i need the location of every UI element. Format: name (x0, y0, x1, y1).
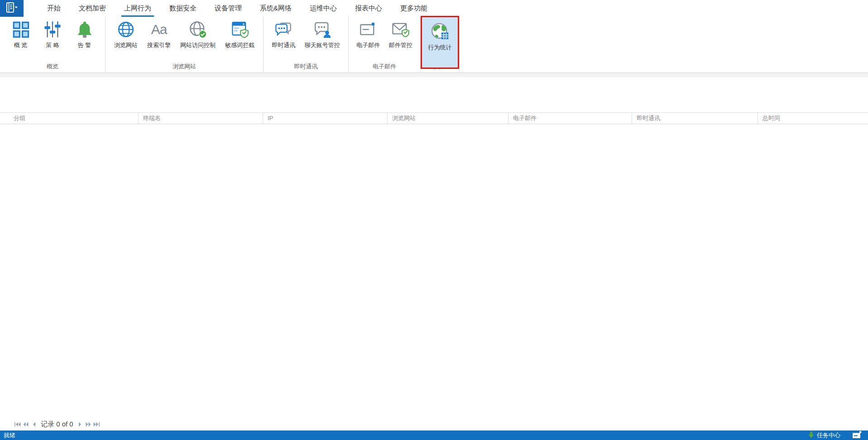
overview-button-label: 概 览 (14, 41, 28, 49)
ribbon-group-email: 电子邮件 邮件管控 电子邮件 (349, 17, 421, 73)
website-access-control-button-label: 网站访问控制 (180, 41, 216, 49)
instant-message-button-label: 即时通讯 (272, 41, 295, 49)
browse-website-globe-icon (115, 19, 136, 40)
overview-button[interactable]: 概 览 (10, 19, 32, 49)
message-envelope-icon (852, 431, 862, 440)
ribbon: 概 览 策 略 (0, 17, 868, 73)
sensitive-word-block-icon (230, 19, 250, 40)
ribbon-group-label-overview: 概览 (0, 63, 105, 71)
record-pager: 记录 0 of 0 (0, 418, 868, 430)
task-center-label: 任务中心 (817, 431, 840, 440)
tab-data-security[interactable]: 数据安全 (160, 0, 206, 17)
next-page-button[interactable] (76, 421, 84, 429)
app-menu-button[interactable] (0, 0, 24, 17)
policy-button[interactable]: 策 略 (41, 19, 64, 49)
behavior-statistics-button[interactable]: 行为统计 (421, 16, 459, 69)
column-header-group[interactable]: 分组 (0, 113, 138, 124)
chat-account-control-icon (312, 19, 333, 40)
tab-device-management[interactable]: 设备管理 (206, 0, 251, 17)
email-button-label: 电子邮件 (356, 41, 380, 49)
policy-button-label: 策 略 (46, 41, 59, 49)
ribbon-group-label-email: 电子邮件 (349, 63, 420, 71)
download-arrow-icon (808, 431, 814, 440)
sensitive-word-block-button-label: 敏感词拦截 (225, 41, 254, 49)
fast-prev-page-button[interactable] (22, 421, 30, 429)
fast-next-page-button[interactable] (84, 421, 92, 429)
column-header-total-time[interactable]: 总时间 (758, 113, 868, 124)
tab-internet-behavior[interactable]: 上网行为 (115, 0, 160, 17)
instant-message-icon (273, 19, 294, 40)
record-count-label: 记录 0 of 0 (41, 420, 73, 429)
behavior-statistics-button-label: 行为统计 (428, 44, 452, 52)
email-icon (358, 19, 379, 40)
website-access-control-button[interactable]: 网站访问控制 (179, 19, 216, 49)
tab-report-center[interactable]: 报表中心 (346, 0, 391, 17)
column-header-ip[interactable]: IP (263, 113, 387, 124)
search-engine-button-label: 搜索引擎 (147, 41, 171, 49)
column-header-terminal-name[interactable]: 终端名 (138, 113, 263, 124)
email-button[interactable]: 电子邮件 (355, 19, 381, 49)
ribbon-group-instant-message: 即时通讯 聊天账号管控 即时通讯 (264, 17, 349, 73)
status-ready-label: 就绪 (4, 431, 808, 440)
sensitive-word-block-button[interactable]: 敏感词拦截 (224, 19, 255, 49)
column-header-browse-website[interactable]: 浏览网站 (387, 113, 508, 124)
prev-page-button[interactable] (30, 421, 38, 429)
task-center-button[interactable]: 任务中心 (808, 431, 840, 440)
ribbon-empty-space (460, 17, 868, 73)
browse-website-button-label: 浏览网站 (114, 41, 138, 49)
chat-account-control-button[interactable]: 聊天账号管控 (304, 19, 341, 49)
last-page-button[interactable] (92, 421, 101, 429)
alert-bell-icon (74, 19, 95, 40)
ribbon-group-label-browse-website: 浏览网站 (106, 63, 263, 71)
app-menu-icon (5, 2, 19, 15)
mail-control-button-label: 邮件管控 (389, 41, 412, 49)
mail-control-button[interactable]: 邮件管控 (388, 19, 413, 49)
column-header-instant-message[interactable]: 即时通讯 (632, 113, 758, 124)
ribbon-tab-bar: 开始 文档加密 上网行为 数据安全 设备管理 系统&网络 运维中心 报表中心 更… (0, 0, 868, 17)
status-bar: 就绪 任务中心 (0, 430, 868, 440)
browse-website-button[interactable]: 浏览网站 (113, 19, 139, 49)
mail-control-icon (390, 19, 411, 40)
tab-more-functions[interactable]: 更多功能 (391, 0, 436, 17)
website-access-control-icon (187, 19, 208, 40)
tab-strip: 开始 文档加密 上网行为 数据安全 设备管理 系统&网络 运维中心 报表中心 更… (38, 0, 436, 17)
ribbon-bottom-shade (0, 73, 868, 77)
tab-system-network[interactable]: 系统&网络 (251, 0, 301, 17)
table-header-row: 分组 终端名 IP 浏览网站 电子邮件 即时通讯 总时间 (0, 112, 868, 124)
alert-button-label: 告 警 (78, 41, 91, 49)
search-engine-button[interactable]: Aa 搜索引擎 (146, 19, 172, 49)
chat-account-control-button-label: 聊天账号管控 (305, 41, 340, 49)
message-tray-button[interactable] (852, 431, 862, 440)
overview-grid-icon (10, 19, 31, 40)
ribbon-group-label-instant-message: 即时通讯 (264, 63, 348, 71)
ribbon-group-browse-website: 浏览网站 Aa 搜索引擎 网站访问控制 (106, 17, 264, 73)
first-page-button[interactable] (14, 421, 22, 429)
instant-message-button[interactable]: 即时通讯 (271, 19, 296, 49)
alert-button[interactable]: 告 警 (73, 19, 96, 49)
policy-sliders-icon (42, 19, 63, 40)
ribbon-group-overview: 概 览 策 略 (0, 17, 106, 73)
tab-start[interactable]: 开始 (38, 0, 70, 17)
ribbon-group-other: 行为统计 其他 (421, 17, 460, 73)
tab-ops-center[interactable]: 运维中心 (301, 0, 346, 17)
column-header-email[interactable]: 电子邮件 (508, 113, 632, 124)
behavior-statistics-icon (430, 21, 451, 42)
search-engine-aa-icon: Aa (149, 19, 169, 40)
tab-document-encryption[interactable]: 文档加密 (70, 0, 115, 17)
